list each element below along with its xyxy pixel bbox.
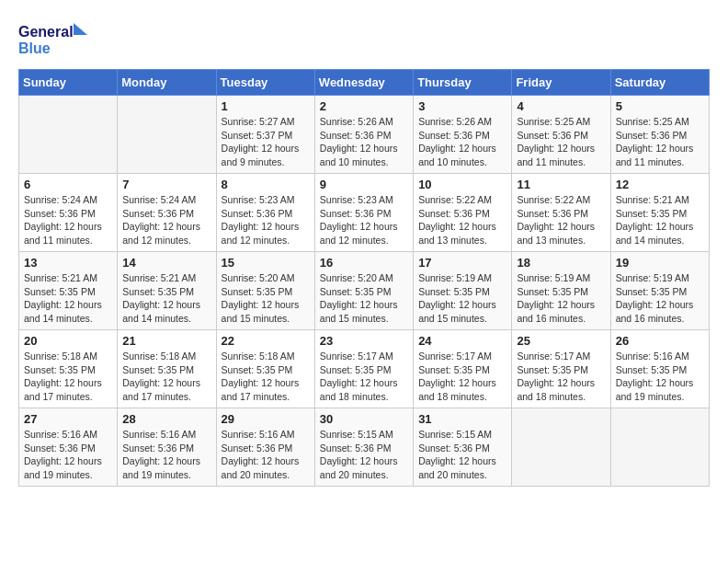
week-row-2: 6Sunrise: 5:24 AM Sunset: 5:36 PM Daylig… — [19, 174, 710, 252]
calendar-cell: 19Sunrise: 5:19 AM Sunset: 5:35 PM Dayli… — [610, 252, 709, 330]
day-number: 28 — [122, 412, 210, 426]
day-number: 30 — [320, 412, 408, 426]
page-header: GeneralBlue — [18, 18, 710, 60]
calendar-cell: 20Sunrise: 5:18 AM Sunset: 5:35 PM Dayli… — [19, 330, 118, 408]
calendar-cell: 8Sunrise: 5:23 AM Sunset: 5:36 PM Daylig… — [216, 174, 314, 252]
calendar-cell: 6Sunrise: 5:24 AM Sunset: 5:36 PM Daylig… — [19, 174, 118, 252]
day-info: Sunrise: 5:21 AM Sunset: 5:35 PM Dayligh… — [122, 271, 210, 326]
day-number: 17 — [418, 256, 506, 270]
calendar-table: SundayMondayTuesdayWednesdayThursdayFrid… — [18, 69, 710, 487]
day-info: Sunrise: 5:20 AM Sunset: 5:35 PM Dayligh… — [222, 271, 310, 326]
calendar-cell: 3Sunrise: 5:26 AM Sunset: 5:36 PM Daylig… — [414, 96, 512, 174]
calendar-cell: 30Sunrise: 5:15 AM Sunset: 5:36 PM Dayli… — [314, 408, 413, 487]
day-number: 5 — [616, 99, 704, 113]
day-info: Sunrise: 5:15 AM Sunset: 5:36 PM Dayligh… — [418, 428, 506, 482]
calendar-cell: 7Sunrise: 5:24 AM Sunset: 5:36 PM Daylig… — [118, 174, 216, 252]
day-info: Sunrise: 5:27 AM Sunset: 5:37 PM Dayligh… — [222, 115, 310, 169]
day-number: 11 — [517, 178, 605, 191]
week-row-1: 1Sunrise: 5:27 AM Sunset: 5:37 PM Daylig… — [19, 96, 710, 174]
day-info: Sunrise: 5:22 AM Sunset: 5:36 PM Dayligh… — [517, 193, 605, 247]
calendar-cell — [118, 96, 216, 174]
day-number: 4 — [517, 99, 605, 113]
day-info: Sunrise: 5:24 AM Sunset: 5:36 PM Dayligh… — [122, 193, 210, 247]
week-row-4: 20Sunrise: 5:18 AM Sunset: 5:35 PM Dayli… — [19, 330, 710, 408]
day-number: 21 — [122, 334, 210, 348]
day-number: 18 — [517, 256, 605, 270]
calendar-cell: 18Sunrise: 5:19 AM Sunset: 5:35 PM Dayli… — [512, 252, 610, 330]
logo: GeneralBlue — [18, 18, 92, 60]
weekday-header-monday: Monday — [118, 70, 216, 96]
day-number: 15 — [222, 256, 310, 270]
calendar-cell: 16Sunrise: 5:20 AM Sunset: 5:35 PM Dayli… — [314, 252, 413, 330]
day-info: Sunrise: 5:21 AM Sunset: 5:35 PM Dayligh… — [616, 193, 704, 247]
day-info: Sunrise: 5:16 AM Sunset: 5:36 PM Dayligh… — [122, 428, 210, 482]
day-number: 7 — [122, 178, 210, 191]
day-info: Sunrise: 5:23 AM Sunset: 5:36 PM Dayligh… — [222, 193, 310, 247]
calendar-cell — [19, 96, 118, 174]
day-info: Sunrise: 5:18 AM Sunset: 5:35 PM Dayligh… — [122, 350, 210, 404]
calendar-cell: 2Sunrise: 5:26 AM Sunset: 5:36 PM Daylig… — [314, 96, 413, 174]
calendar-cell — [512, 408, 610, 487]
weekday-header-wednesday: Wednesday — [314, 70, 413, 96]
day-number: 12 — [616, 178, 704, 191]
calendar-cell: 26Sunrise: 5:16 AM Sunset: 5:35 PM Dayli… — [610, 330, 709, 408]
calendar-cell: 10Sunrise: 5:22 AM Sunset: 5:36 PM Dayli… — [414, 174, 512, 252]
day-info: Sunrise: 5:18 AM Sunset: 5:35 PM Dayligh… — [24, 350, 112, 404]
day-number: 8 — [222, 178, 310, 191]
day-number: 13 — [24, 256, 112, 270]
day-info: Sunrise: 5:17 AM Sunset: 5:35 PM Dayligh… — [517, 350, 605, 404]
day-info: Sunrise: 5:24 AM Sunset: 5:36 PM Dayligh… — [24, 193, 112, 247]
day-number: 3 — [418, 99, 506, 113]
day-number: 27 — [24, 412, 112, 426]
day-number: 9 — [320, 178, 408, 191]
day-number: 29 — [222, 412, 310, 426]
calendar-cell: 27Sunrise: 5:16 AM Sunset: 5:36 PM Dayli… — [19, 408, 118, 487]
day-number: 24 — [418, 334, 506, 348]
day-info: Sunrise: 5:26 AM Sunset: 5:36 PM Dayligh… — [320, 115, 408, 169]
day-number: 6 — [24, 178, 112, 191]
day-number: 26 — [616, 334, 704, 348]
calendar-cell: 17Sunrise: 5:19 AM Sunset: 5:35 PM Dayli… — [414, 252, 512, 330]
day-number: 16 — [320, 256, 408, 270]
svg-text:General: General — [18, 24, 74, 40]
week-row-3: 13Sunrise: 5:21 AM Sunset: 5:35 PM Dayli… — [19, 252, 710, 330]
calendar-cell: 12Sunrise: 5:21 AM Sunset: 5:35 PM Dayli… — [610, 174, 709, 252]
calendar-cell — [610, 408, 709, 487]
day-number: 1 — [222, 99, 310, 113]
day-info: Sunrise: 5:21 AM Sunset: 5:35 PM Dayligh… — [24, 271, 112, 326]
day-number: 2 — [320, 99, 408, 113]
day-info: Sunrise: 5:17 AM Sunset: 5:35 PM Dayligh… — [320, 350, 408, 404]
calendar-cell: 28Sunrise: 5:16 AM Sunset: 5:36 PM Dayli… — [118, 408, 216, 487]
day-info: Sunrise: 5:23 AM Sunset: 5:36 PM Dayligh… — [320, 193, 408, 247]
calendar-cell: 4Sunrise: 5:25 AM Sunset: 5:36 PM Daylig… — [512, 96, 610, 174]
calendar-cell: 15Sunrise: 5:20 AM Sunset: 5:35 PM Dayli… — [216, 252, 314, 330]
day-number: 10 — [418, 178, 506, 191]
weekday-header-sunday: Sunday — [19, 70, 118, 96]
day-info: Sunrise: 5:15 AM Sunset: 5:36 PM Dayligh… — [320, 428, 408, 482]
week-row-5: 27Sunrise: 5:16 AM Sunset: 5:36 PM Dayli… — [19, 408, 710, 487]
calendar-cell: 31Sunrise: 5:15 AM Sunset: 5:36 PM Dayli… — [414, 408, 512, 487]
calendar-cell: 11Sunrise: 5:22 AM Sunset: 5:36 PM Dayli… — [512, 174, 610, 252]
day-info: Sunrise: 5:25 AM Sunset: 5:36 PM Dayligh… — [616, 115, 704, 169]
calendar-cell: 5Sunrise: 5:25 AM Sunset: 5:36 PM Daylig… — [610, 96, 709, 174]
day-info: Sunrise: 5:19 AM Sunset: 5:35 PM Dayligh… — [616, 271, 704, 326]
day-info: Sunrise: 5:16 AM Sunset: 5:36 PM Dayligh… — [24, 428, 112, 482]
day-info: Sunrise: 5:17 AM Sunset: 5:35 PM Dayligh… — [418, 350, 506, 404]
day-info: Sunrise: 5:18 AM Sunset: 5:35 PM Dayligh… — [222, 350, 310, 404]
day-info: Sunrise: 5:25 AM Sunset: 5:36 PM Dayligh… — [517, 115, 605, 169]
weekday-header-friday: Friday — [512, 70, 610, 96]
day-info: Sunrise: 5:22 AM Sunset: 5:36 PM Dayligh… — [418, 193, 506, 247]
day-number: 20 — [24, 334, 112, 348]
day-number: 31 — [418, 412, 506, 426]
day-number: 14 — [122, 256, 210, 270]
calendar-cell: 9Sunrise: 5:23 AM Sunset: 5:36 PM Daylig… — [314, 174, 413, 252]
calendar-cell: 13Sunrise: 5:21 AM Sunset: 5:35 PM Dayli… — [19, 252, 118, 330]
day-number: 23 — [320, 334, 408, 348]
weekday-header-tuesday: Tuesday — [216, 70, 314, 96]
day-number: 22 — [222, 334, 310, 348]
svg-text:Blue: Blue — [18, 40, 51, 56]
calendar-cell: 14Sunrise: 5:21 AM Sunset: 5:35 PM Dayli… — [118, 252, 216, 330]
weekday-header-thursday: Thursday — [414, 70, 512, 96]
day-number: 19 — [616, 256, 704, 270]
weekday-header-row: SundayMondayTuesdayWednesdayThursdayFrid… — [19, 70, 710, 96]
